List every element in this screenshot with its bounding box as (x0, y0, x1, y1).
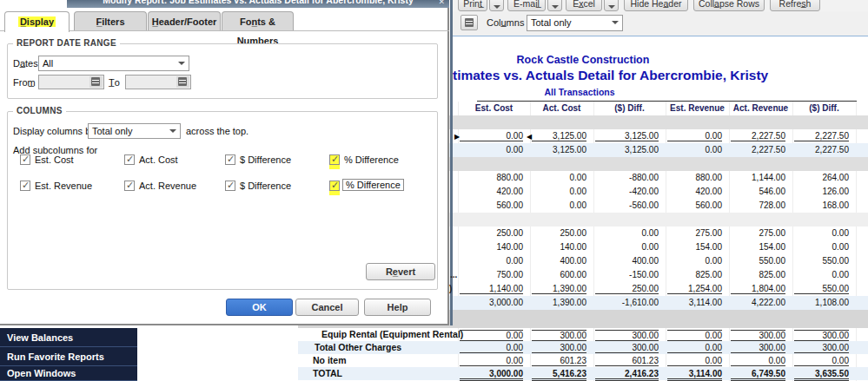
excel-dropdown-icon[interactable] (604, 0, 619, 11)
cell: 0.00 (460, 131, 523, 141)
report-date-range-group: REPORT DATE RANGE Da̲tes All From̲ T̲o (7, 43, 438, 99)
cell: 0.00 (794, 356, 849, 366)
excel-button[interactable]: Ex̲cel (566, 0, 602, 11)
checkbox-box[interactable] (225, 154, 235, 165)
cell: -1,610.00 (595, 298, 659, 307)
hide-header-button[interactable]: Hide Hea̲der (624, 0, 688, 11)
cell: 2,227.50 (731, 131, 785, 141)
cell: 601.23 (595, 356, 659, 366)
cell: 0.00 (532, 187, 586, 196)
columns-dropdown-value: Total only (531, 17, 571, 28)
tab-display[interactable]: D̲isplay (4, 11, 70, 32)
sidebar-item-openwindows[interactable]: Open Windows (0, 366, 137, 381)
group-label: REPORT DATE RANGE (13, 38, 120, 48)
cell: 3,000.00 (460, 369, 523, 381)
display-columns-dropdown[interactable]: Total only (88, 123, 181, 139)
tab-filters[interactable]: F̲ilters (74, 11, 147, 30)
cell: 275.00 (731, 228, 785, 238)
row-label-sliver: ) (449, 284, 452, 293)
cell: 250.00 (532, 228, 586, 238)
sidebar-item-runfavoritereports[interactable]: Run Favorite Reports (0, 347, 137, 366)
dates-dropdown-value: All (43, 58, 53, 69)
print-dropdown-icon[interactable] (489, 0, 504, 11)
cell: 250.00 (460, 228, 523, 238)
cell: 3,114.00 (667, 298, 722, 307)
table-row[interactable]: Total Other Charges0.00300.00300.000.003… (298, 341, 868, 354)
sidebar-item-viewbalances[interactable]: View Balances (0, 328, 137, 347)
table-row[interactable]: Equip Rental (Equipment Rental)0.00300.0… (298, 328, 868, 341)
dialog-titlebar[interactable]: Modify Report: Job Estimates vs. Actuals… (67, 0, 449, 8)
cell: 0.00 (460, 145, 523, 154)
column-header: Act. Revenue (729, 103, 792, 115)
refresh-button[interactable]: Refres̲h (770, 0, 820, 11)
cell: 3,125.00 (595, 145, 659, 154)
across-the-top-label: across the top. (186, 126, 248, 136)
cell: 3,635.50 (794, 369, 849, 381)
ok-button[interactable]: OK (226, 299, 293, 316)
from-date-field[interactable] (38, 75, 104, 89)
modify-report-dialog: Modify Report: Job Estimates vs. Actuals… (0, 0, 449, 325)
cell: 300.00 (794, 330, 849, 341)
cell: 400.00 (595, 256, 659, 266)
cell: 300.00 (731, 343, 785, 353)
cell: 0.00 (460, 343, 523, 353)
checkbox-box[interactable] (20, 154, 30, 165)
to-calendar-icon[interactable] (176, 76, 189, 88)
checkbox-box[interactable] (124, 181, 135, 191)
display-columns-value: Total only (92, 126, 132, 136)
checkbox-label: Est. Revenue (35, 181, 92, 191)
chevron-down-icon (612, 21, 619, 28)
cell: 0.00 (595, 228, 659, 238)
columns-dropdown[interactable]: Total only (527, 15, 623, 31)
cell: 420.00 (460, 187, 523, 196)
chevron-down-icon (178, 62, 185, 69)
to-label: T̲o (109, 77, 120, 88)
cell: 1,144.00 (731, 173, 785, 182)
checkbox-box[interactable] (225, 181, 235, 191)
dialog-title: Modify Report: Job Estimates vs. Actuals… (67, 0, 449, 5)
checkbox-label: $ Difference (240, 154, 291, 165)
cell: 300.00 (731, 330, 785, 341)
email-dropdown-icon[interactable] (547, 0, 562, 11)
selected-row-marker-left: ▶ (454, 133, 460, 141)
tab-headerfooter[interactable]: H̲eader/Footer (148, 11, 221, 30)
calendar-icon[interactable] (461, 15, 478, 30)
dates-dropdown[interactable]: All (38, 56, 189, 71)
cell: 1,390.00 (532, 284, 586, 294)
tab-fontsnumbers[interactable]: Fon̲ts & Numbers (222, 11, 294, 30)
help-button[interactable]: Help (364, 299, 431, 316)
cell: 300.00 (595, 330, 659, 341)
cell: 0.00 (667, 356, 722, 366)
revert-button[interactable]: Re̲vert (366, 263, 435, 280)
cell: 140.00 (460, 242, 523, 252)
cell: 3,125.00 (595, 131, 659, 141)
cell: 550.00 (794, 284, 849, 294)
cell: 2,227.50 (794, 131, 849, 141)
print-button[interactable]: Print̲ (458, 0, 487, 11)
cell: 550.00 (794, 256, 849, 266)
from-calendar-icon[interactable] (89, 76, 103, 88)
collapse-rows-button[interactable]: Colla̲pse Rows (693, 0, 765, 11)
cell: 0.00 (667, 343, 722, 353)
to-date-field[interactable] (125, 75, 191, 89)
cell: 825.00 (667, 270, 722, 279)
checkbox-box[interactable] (20, 181, 30, 191)
checkbox-box[interactable] (329, 181, 340, 191)
display-columns-by-label: Display columns by (13, 126, 96, 136)
cancel-button[interactable]: Cancel (295, 299, 359, 316)
cell: 560.00 (460, 200, 523, 210)
column-header: Act. Cost (530, 103, 593, 115)
cell: 601.23 (532, 356, 586, 366)
cell: 0.00 (731, 356, 785, 366)
close-icon[interactable]: ✕ (438, 0, 445, 6)
email-button[interactable]: E-mail̲ (507, 0, 546, 11)
checkbox-box[interactable] (329, 154, 340, 165)
cell: 0.00 (794, 270, 849, 279)
cell: 0.00 (667, 145, 722, 154)
checkbox-label: Act. Cost (139, 154, 178, 165)
cell: 0.00 (532, 173, 586, 182)
column-header: Est. Revenue (666, 103, 729, 115)
checkbox-box[interactable] (124, 154, 135, 165)
table-row[interactable]: No item0.00601.23601.230.000.000.00 (298, 354, 868, 367)
table-row[interactable]: TOTAL3,000.005,416.232,416.233,114.006,7… (298, 367, 868, 380)
